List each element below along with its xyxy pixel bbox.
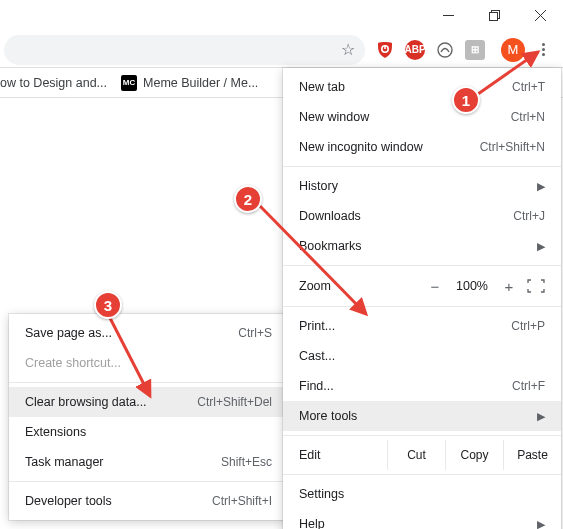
callout-2: 2 [234,185,262,213]
ublock-icon[interactable] [375,40,395,60]
zoom-value: 100% [453,279,491,293]
window-controls [425,0,563,30]
chevron-right-icon: ▶ [537,180,545,193]
menu-downloads[interactable]: DownloadsCtrl+J [283,201,561,231]
bookmark-label: Meme Builder / Me... [143,76,258,90]
toolbar: ☆ ABP ⊞ M [0,32,563,68]
menu-help[interactable]: Help▶ [283,509,561,529]
address-bar[interactable]: ☆ [4,35,365,65]
chevron-right-icon: ▶ [537,410,545,423]
svg-point-7 [438,43,452,57]
menu-cast[interactable]: Cast... [283,341,561,371]
menu-separator [283,306,561,307]
menu-new-window[interactable]: New windowCtrl+N [283,102,561,132]
extension-icon[interactable] [435,40,455,60]
adblock-icon[interactable]: ABP [405,40,425,60]
close-button[interactable] [517,0,563,30]
edit-copy[interactable]: Copy [445,440,503,470]
bookmark-item[interactable]: MC Meme Builder / Me... [121,75,258,91]
avatar-initial: M [508,42,519,57]
submenu-extensions[interactable]: Extensions [9,417,288,447]
edit-cut[interactable]: Cut [387,440,445,470]
minimize-button[interactable] [425,0,471,30]
menu-new-incognito[interactable]: New incognito windowCtrl+Shift+N [283,132,561,162]
menu-edit: Edit Cut Copy Paste [283,440,561,470]
zoom-in-button[interactable]: + [501,278,517,295]
submenu-developer-tools[interactable]: Developer toolsCtrl+Shift+I [9,486,288,516]
bookmark-label: ow to Design and... [0,76,107,90]
chrome-main-menu: New tabCtrl+T New windowCtrl+N New incog… [283,68,561,529]
bookmark-star-icon[interactable]: ☆ [341,40,355,59]
callout-3: 3 [94,291,122,319]
chevron-right-icon: ▶ [537,518,545,530]
chrome-menu-button[interactable] [531,38,555,62]
submenu-clear-browsing-data[interactable]: Clear browsing data...Ctrl+Shift+Del [9,387,288,417]
menu-print[interactable]: Print...Ctrl+P [283,311,561,341]
menu-separator [283,435,561,436]
menu-separator [283,474,561,475]
favicon-icon: MC [121,75,137,91]
bookmark-item[interactable]: ow to Design and... [0,76,107,90]
more-tools-submenu: Save page as...Ctrl+S Create shortcut...… [9,314,288,520]
submenu-task-manager[interactable]: Task managerShift+Esc [9,447,288,477]
edit-paste[interactable]: Paste [503,440,561,470]
profile-avatar[interactable]: M [501,38,525,62]
extension-icons: ABP ⊞ [375,40,485,60]
menu-new-tab[interactable]: New tabCtrl+T [283,72,561,102]
svg-rect-2 [489,12,497,20]
menu-separator [9,382,288,383]
menu-bookmarks[interactable]: Bookmarks▶ [283,231,561,261]
menu-separator [283,166,561,167]
menu-separator [283,265,561,266]
menu-find[interactable]: Find...Ctrl+F [283,371,561,401]
menu-settings[interactable]: Settings [283,479,561,509]
chevron-right-icon: ▶ [537,240,545,253]
extension-icon[interactable]: ⊞ [465,40,485,60]
menu-zoom: Zoom − 100% + [283,270,561,302]
menu-separator [9,481,288,482]
callout-1: 1 [452,86,480,114]
menu-more-tools[interactable]: More tools▶ [283,401,561,431]
maximize-button[interactable] [471,0,517,30]
zoom-out-button[interactable]: − [427,278,443,295]
menu-history[interactable]: History▶ [283,171,561,201]
fullscreen-icon[interactable] [527,279,545,293]
submenu-create-shortcut: Create shortcut... [9,348,288,378]
submenu-save-page[interactable]: Save page as...Ctrl+S [9,318,288,348]
